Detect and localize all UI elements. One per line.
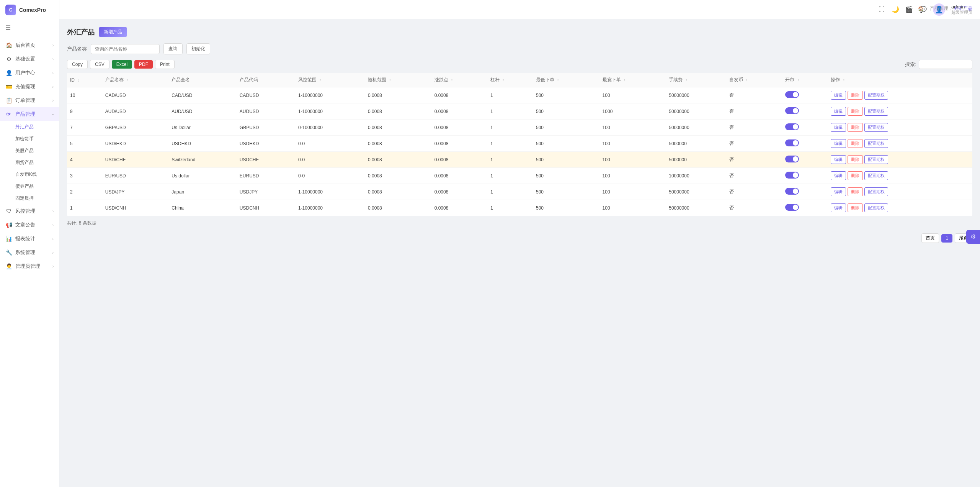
cell-risk-range: 1-10000000 [295,200,365,216]
sidebar-item-announcement[interactable]: 📢 文章公告 › [0,218,59,232]
sidebar-item-admin-mgmt[interactable]: 👨‍💼 管理员管理 › [0,259,59,273]
excel-button[interactable]: Excel [112,60,132,69]
edit-button[interactable]: 编辑 [831,155,846,164]
cell-leverage: 1 [487,168,533,184]
copy-button[interactable]: Copy [67,60,88,69]
delete-button[interactable]: 删除 [848,187,863,196]
action-buttons: 编辑 删除 配置期权 [831,187,969,196]
table-row: 7 GBP/USD Us Dollar GBPUSD 0-10000000 0.… [67,120,972,136]
content-area: 外汇产品 新增产品 产品名称 查询 初始化 Copy CSV Excel PDF… [59,19,980,487]
cell-risk-range: 0-0 [295,168,365,184]
open-market-toggle[interactable] [785,156,799,162]
edit-button[interactable]: 编辑 [831,91,846,100]
sidebar-item-label: 风控管理 [15,208,52,215]
cell-id: 5 [67,136,102,152]
sidebar-item-risk-mgmt[interactable]: 🛡 风控管理 › [0,204,59,218]
cell-leverage: 1 [487,136,533,152]
delete-button[interactable]: 删除 [848,123,863,132]
sidebar-item-recharge[interactable]: 💳 充值提现 › [0,80,59,93]
sidebar-item-user-center[interactable]: 👤 用户中心 › [0,66,59,80]
sidebar-item-basic-settings[interactable]: ⚙ 基础设置 › [0,52,59,66]
edit-button[interactable]: 编辑 [831,187,846,196]
cell-max-order: 100 [599,87,666,103]
page-1-button[interactable]: 1 [941,234,952,243]
sidebar-sub-item-forex[interactable]: 外汇产品 [15,121,59,133]
pdf-button[interactable]: PDF [134,60,153,69]
sidebar-item-system-mgmt[interactable]: 🔧 系统管理 › [0,246,59,259]
delete-button[interactable]: 删除 [848,139,863,148]
data-table: ID ↕ 产品名称 ↕ 产品全名 产品代码 风控范围 ↕ 随机范围 ↕ 涨跌点 … [67,73,972,216]
edit-button[interactable]: 编辑 [831,171,846,180]
edit-button[interactable]: 编辑 [831,123,846,132]
breadcrumb-home-icon[interactable]: 🏠 [918,6,924,11]
risk-icon: 🛡 [5,208,12,215]
search-input[interactable] [91,44,160,54]
edit-button[interactable]: 编辑 [831,107,846,116]
open-market-toggle[interactable] [785,139,799,146]
cell-code: GBPUSD [237,120,295,136]
sidebar-item-order-mgmt[interactable]: 📋 订单管理 › [0,93,59,107]
config-button[interactable]: 配置期权 [864,155,888,164]
open-market-toggle[interactable] [785,123,799,130]
config-button[interactable]: 配置期权 [864,171,888,180]
edit-button[interactable]: 编辑 [831,139,846,148]
action-buttons: 编辑 删除 配置期权 [831,91,969,100]
open-market-toggle[interactable] [785,204,799,211]
fullscreen-icon[interactable]: ⛶ [878,6,885,13]
sidebar-item-report-stats[interactable]: 📊 报表统计 › [0,232,59,246]
edit-button[interactable]: 编辑 [831,203,846,212]
table-row: 2 USD/JPY Japan USDJPY 1-10000000 0.0008… [67,184,972,200]
cell-full-name: Japan [168,184,236,200]
table-search-input[interactable] [919,60,972,69]
config-button[interactable]: 配置期权 [864,187,888,196]
delete-button[interactable]: 删除 [848,91,863,100]
config-button[interactable]: 配置期权 [864,203,888,212]
sidebar-item-product-mgmt[interactable]: 🛍 产品管理 › [0,107,59,121]
open-market-toggle[interactable] [785,107,799,114]
dark-mode-icon[interactable]: 🌙 [892,6,899,13]
config-button[interactable]: 配置期权 [864,123,888,132]
action-buttons: 编辑 删除 配置期权 [831,123,969,132]
pagination: 首页 1 尾页 [67,229,972,244]
config-button[interactable]: 配置期权 [864,139,888,148]
reset-button[interactable]: 初始化 [186,43,210,54]
open-market-toggle[interactable] [785,172,799,179]
settings-fab-icon: ⚙ [970,233,976,240]
cell-code: USDHKD [237,136,295,152]
cell-risk-range: 0-10000000 [295,120,365,136]
sidebar-sub-item-self-coin[interactable]: 自发币K线 [15,169,59,180]
breadcrumb-product-mgmt[interactable]: 产品管理 [930,5,948,12]
delete-button[interactable]: 删除 [848,203,863,212]
add-product-button[interactable]: 新增产品 [99,27,127,37]
sidebar-sub-item-futures[interactable]: 期货产品 [15,157,59,169]
sidebar-sub-item-us-stocks[interactable]: 美股产品 [15,145,59,157]
config-button[interactable]: 配置期权 [864,107,888,116]
table-row: 9 AUD/USD AUD/USD AUDUSD 1-10000000 0.00… [67,103,972,120]
print-button[interactable]: Print [155,60,175,69]
delete-button[interactable]: 删除 [848,107,863,116]
open-market-toggle[interactable] [785,91,799,98]
delete-button[interactable]: 删除 [848,155,863,164]
cell-min-order: 500 [533,184,599,200]
order-icon: 📋 [5,97,12,104]
sidebar-sub-item-bonds[interactable]: 债券产品 [15,180,59,192]
cell-currency: 否 [726,168,782,184]
col-max-order: 最宽下单 ↕ [599,73,666,87]
sidebar-sub-item-crypto[interactable]: 加密货币 [15,133,59,145]
cell-full-name: CAD/USD [168,87,236,103]
table-summary: 共计: 8 条数据 [67,216,972,229]
delete-button[interactable]: 删除 [848,171,863,180]
menu-toggle[interactable]: ☰ [0,20,59,35]
video-icon[interactable]: 🎬 [905,6,913,13]
search-button[interactable]: 查询 [163,43,183,54]
settings-icon: ⚙ [5,56,12,62]
cell-name: USD/CNH [102,200,169,216]
cell-actions: 编辑 删除 配置期权 [828,136,972,152]
csv-button[interactable]: CSV [90,60,109,69]
config-button[interactable]: 配置期权 [864,91,888,100]
sidebar-sub-item-fixed-pledge[interactable]: 固定质押 [15,192,59,204]
open-market-toggle[interactable] [785,188,799,195]
first-page-button[interactable]: 首页 [921,233,939,243]
sidebar-item-dashboard[interactable]: 🏠 后台首页 › [0,38,59,52]
settings-fab[interactable]: ⚙ [966,230,980,244]
